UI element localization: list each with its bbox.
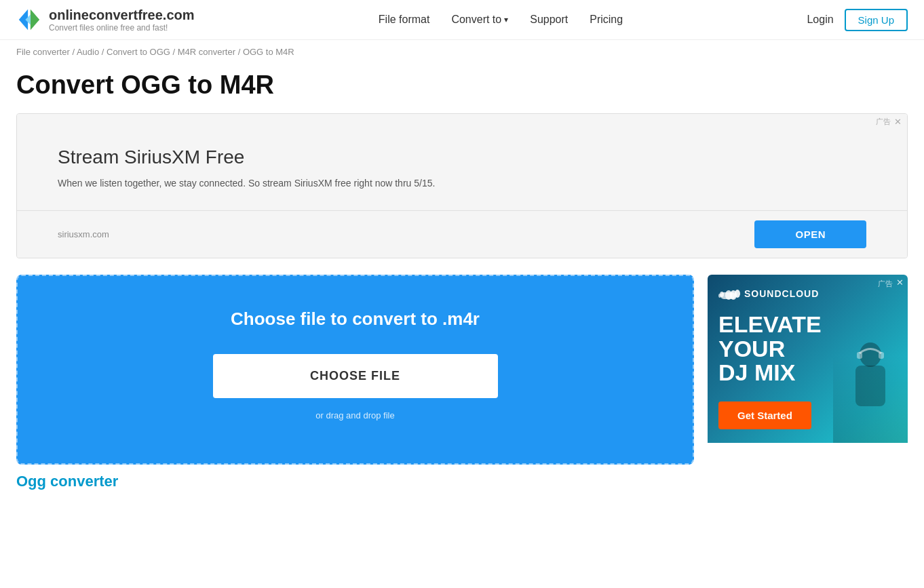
ogg-converter-title: Ogg converter — [16, 473, 908, 490]
soundcloud-icon — [718, 287, 740, 300]
header: onlineconvertfree.com Convert files onli… — [0, 0, 924, 40]
converter-box: Choose file to convert to .m4r CHOOSE FI… — [16, 275, 694, 465]
drag-drop-text: or drag and drop file — [315, 410, 394, 420]
soundcloud-name: SOUNDCLOUD — [744, 288, 819, 299]
ad-banner: 广告 ✕ Stream SiriusXM Free When we listen… — [16, 113, 908, 258]
side-ad-cta-button[interactable]: Get Started — [718, 401, 811, 429]
main-nav: File format Convert to ▾ Support Pricing — [379, 14, 623, 26]
main-section: Choose file to convert to .m4r CHOOSE FI… — [16, 275, 908, 465]
svg-point-9 — [860, 342, 881, 367]
breadcrumb-current: OGG to M4R — [243, 47, 294, 57]
choose-file-button[interactable]: CHOOSE FILE — [213, 354, 498, 398]
ad-footer: siriusxm.com OPEN — [17, 210, 907, 258]
breadcrumb-convert-to-ogg[interactable]: Convert to OGG — [107, 47, 170, 57]
ad-close-icon[interactable]: ✕ — [894, 117, 902, 127]
logo-title: onlineconvertfree.com — [49, 7, 195, 23]
breadcrumb-audio[interactable]: Audio — [77, 47, 99, 57]
auth-area: Login Sign Up — [807, 9, 908, 31]
logo-text-block: onlineconvertfree.com Convert files onli… — [49, 7, 195, 33]
logo-icon — [16, 7, 42, 33]
breadcrumb-file-converter[interactable]: File converter — [16, 47, 70, 57]
svg-rect-12 — [879, 352, 884, 359]
svg-marker-1 — [31, 9, 39, 30]
svg-rect-10 — [855, 366, 885, 406]
svg-rect-11 — [857, 352, 862, 359]
breadcrumb: File converter / Audio / Convert to OGG … — [0, 40, 924, 64]
ogg-section: Ogg converter — [0, 465, 924, 490]
svg-point-8 — [718, 294, 721, 298]
side-ad-person-figure — [833, 334, 908, 443]
ad-content: Stream SiriusXM Free When we listen toge… — [17, 114, 907, 210]
side-ad-label: 广告 — [878, 279, 893, 289]
page-title: Convert OGG to M4R — [0, 64, 924, 113]
nav-file-format[interactable]: File format — [379, 14, 430, 26]
nav-convert-to[interactable]: Convert to ▾ — [451, 14, 508, 26]
ad-description: When we listen together, we stay connect… — [58, 178, 435, 189]
nav-support[interactable]: Support — [530, 14, 568, 26]
converter-title: Choose file to convert to .m4r — [231, 309, 480, 330]
signup-button[interactable]: Sign Up — [845, 9, 908, 31]
ad-open-button[interactable]: OPEN — [754, 220, 866, 248]
logo-subtitle: Convert files online free and fast! — [49, 23, 195, 33]
nav-pricing[interactable]: Pricing — [590, 14, 623, 26]
ad-title: Stream SiriusXM Free — [58, 146, 244, 168]
side-ad-content: 广告 ✕ SOUNDCLOUD ELEVATE YOUR DJ MIX — [708, 275, 908, 443]
logo-area: onlineconvertfree.com Convert files onli… — [16, 7, 195, 33]
chevron-down-icon: ▾ — [504, 15, 508, 24]
ad-label: 广告 — [876, 117, 891, 127]
login-button[interactable]: Login — [807, 14, 833, 26]
side-ad-headline: ELEVATE YOUR DJ MIX — [718, 313, 822, 385]
soundcloud-logo: SOUNDCLOUD — [718, 287, 819, 300]
side-ad: 广告 ✕ SOUNDCLOUD ELEVATE YOUR DJ MIX — [708, 275, 908, 465]
breadcrumb-m4r-converter[interactable]: M4R converter — [178, 47, 235, 57]
ad-domain: siriusxm.com — [58, 229, 109, 239]
side-ad-close-icon[interactable]: ✕ — [896, 277, 904, 288]
